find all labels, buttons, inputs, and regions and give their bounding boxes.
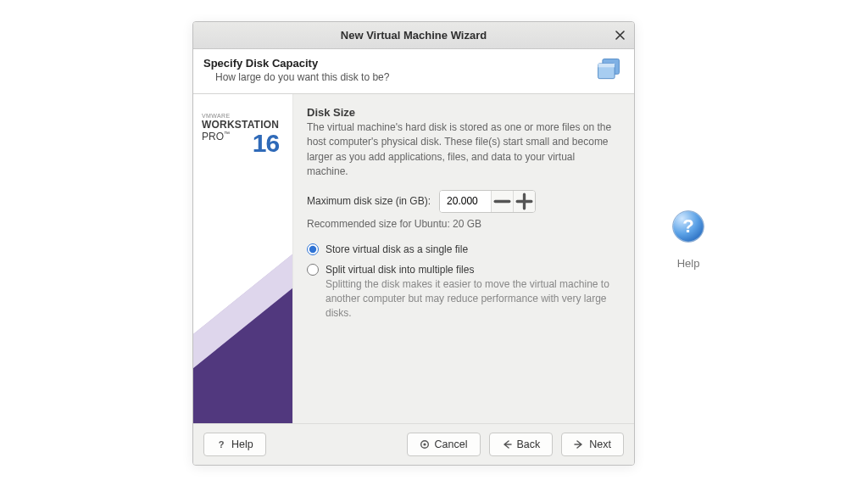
wizard-dialog: New Virtual Machine Wizard Specify Disk … [192, 21, 635, 466]
svg-text:?: ? [219, 439, 225, 450]
titlebar[interactable]: New Virtual Machine Wizard [193, 22, 634, 49]
radio-split-files[interactable] [307, 264, 319, 276]
split-note: Splitting the disk makes it easier to mo… [326, 277, 619, 321]
back-button-label: Back [517, 438, 541, 450]
disk-size-stepper [439, 190, 536, 213]
arrow-right-icon [574, 439, 584, 450]
radio-single-file[interactable] [307, 243, 319, 255]
plus-icon [514, 191, 535, 212]
recommended-size: Recommended size for Ubuntu: 20 GB [307, 218, 619, 230]
wizard-content: Disk Size The virtual machine's hard dis… [293, 94, 634, 423]
help-button-label: Help [231, 438, 253, 450]
cancel-icon [420, 439, 430, 450]
vmware-logo: VMWARE WORKSTATION PRO™ 16 [202, 113, 279, 157]
disk-size-decrement[interactable] [491, 191, 513, 212]
cancel-button-label: Cancel [435, 438, 468, 450]
wizard-header: Specify Disk Capacity How large do you w… [193, 49, 634, 94]
section-title: Disk Size [307, 106, 619, 119]
help-button[interactable]: ? Help [203, 433, 266, 456]
header-title: Specify Disk Capacity [203, 57, 593, 70]
close-button[interactable] [610, 26, 629, 45]
desktop-help-label: Help [663, 257, 714, 270]
cancel-button[interactable]: Cancel [407, 433, 481, 456]
next-button[interactable]: Next [561, 433, 624, 456]
header-subtitle: How large do you want this disk to be? [203, 71, 593, 83]
svg-rect-5 [598, 64, 615, 67]
disk-size-label: Maximum disk size (in GB): [307, 195, 431, 207]
disk-size-input[interactable] [440, 191, 491, 212]
minus-icon [492, 191, 513, 212]
svg-text:?: ? [682, 215, 693, 237]
sidebar-art [193, 228, 293, 423]
radio-single-file-label[interactable]: Store virtual disk as a single file [326, 243, 468, 255]
wizard-sidebar: VMWARE WORKSTATION PRO™ 16 [193, 94, 293, 423]
help-icon: ? [670, 208, 707, 245]
arrow-left-icon [502, 439, 512, 450]
disk-size-increment[interactable] [513, 191, 535, 212]
question-icon: ? [216, 439, 226, 450]
next-button-label: Next [589, 438, 611, 450]
window-title: New Virtual Machine Wizard [341, 29, 487, 42]
back-button[interactable]: Back [489, 433, 554, 456]
wizard-footer: ? Help Cancel Back Next [193, 423, 634, 465]
close-icon [615, 31, 625, 40]
section-description: The virtual machine's hard disk is store… [307, 120, 619, 180]
svg-point-11 [423, 443, 426, 445]
desktop-help-shortcut[interactable]: ? Help [663, 208, 714, 270]
radio-split-files-label[interactable]: Split virtual disk into multiple files [326, 264, 474, 276]
disk-stack-icon [593, 56, 624, 83]
